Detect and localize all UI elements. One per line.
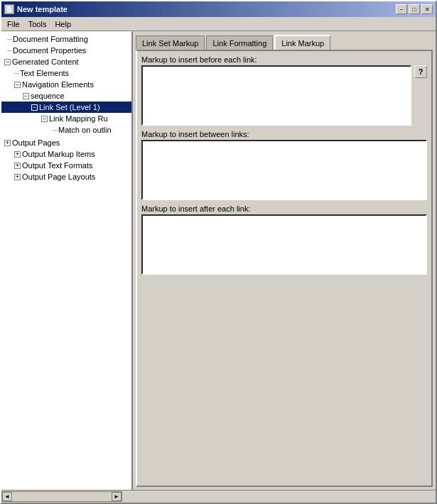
tree-item-output-markup[interactable]: + Output Markup Items xyxy=(1,148,131,160)
tab-content: Markup to insert before each link: ? Mar… xyxy=(136,50,433,487)
bottom-bar: ◄ ► xyxy=(1,490,436,503)
tree-item-link-mapping[interactable]: − Link Mapping Ru xyxy=(1,113,131,124)
tab-link-formatting[interactable]: Link Formatting xyxy=(206,35,273,50)
menu-bar: File Tools Help xyxy=(1,17,436,31)
tree-item-output-pages[interactable]: + Output Pages xyxy=(1,137,131,148)
expand-icon[interactable]: − xyxy=(41,116,48,122)
scroll-right-button[interactable]: ► xyxy=(112,492,122,501)
textarea-after[interactable] xyxy=(141,214,427,275)
window: 📄 New template − □ ✕ File Tools Help ─ D… xyxy=(0,0,437,504)
expand-icon[interactable]: − xyxy=(23,93,29,99)
expand-icon[interactable]: + xyxy=(14,151,21,158)
tree-item-text-elements[interactable]: ─ Text Elements xyxy=(1,67,131,79)
tree-label: Navigation Elements xyxy=(22,80,94,89)
tree-item-output-page-layouts[interactable]: + Output Page Layouts xyxy=(1,171,131,182)
right-panel: Link Set Markup Link Formatting Link Mar… xyxy=(133,31,436,490)
tree-label: sequence xyxy=(31,92,65,100)
menu-file[interactable]: File xyxy=(3,18,24,30)
horizontal-scrollbar[interactable]: ◄ ► xyxy=(1,491,122,502)
tree-item-navigation-elements[interactable]: − Navigation Elements xyxy=(1,79,131,90)
tab-bar: Link Set Markup Link Formatting Link Mar… xyxy=(136,34,433,50)
expand-icon[interactable]: − xyxy=(4,59,11,65)
tree-dash: ─ xyxy=(7,35,13,43)
title-bar: 📄 New template − □ ✕ xyxy=(1,1,436,17)
textarea-container-between xyxy=(141,140,427,200)
field-group-before: Markup to insert before each link: ? xyxy=(141,55,427,126)
textarea-container-before: ? xyxy=(141,65,427,126)
minimize-button[interactable]: − xyxy=(396,4,407,14)
tree-item-generated-content[interactable]: − Generated Content xyxy=(1,56,131,67)
main-content: ─ Document Formatting ─ Document Propert… xyxy=(1,31,436,490)
tree-label: Output Pages xyxy=(12,138,60,147)
maximize-button[interactable]: □ xyxy=(409,4,420,14)
expand-icon[interactable]: + xyxy=(14,163,21,169)
field-label-before: Markup to insert before each link: xyxy=(141,55,427,64)
tree-label: Output Text Formats xyxy=(22,161,92,170)
tree-item-match-on[interactable]: ─ Match on outlin xyxy=(1,124,131,136)
expand-icon[interactable]: − xyxy=(31,104,38,111)
expand-icon[interactable]: + xyxy=(4,140,11,146)
window-title: New template xyxy=(17,5,68,13)
field-group-between: Markup to insert between links: xyxy=(141,130,427,200)
tree-label: Document Properties xyxy=(13,46,86,55)
scroll-track xyxy=(12,492,112,501)
menu-help[interactable]: Help xyxy=(50,18,75,30)
tree-dash: ─ xyxy=(7,47,13,55)
textarea-container-after xyxy=(141,214,427,275)
menu-tools[interactable]: Tools xyxy=(24,18,51,30)
tab-link-set-markup[interactable]: Link Set Markup xyxy=(136,35,205,50)
tree-item-link-set[interactable]: − Link Set (Level 1) xyxy=(1,102,131,113)
field-label-after: Markup to insert after each link: xyxy=(141,204,427,213)
textarea-between[interactable] xyxy=(141,140,427,200)
field-group-after: Markup to insert after each link: xyxy=(141,204,427,275)
scroll-left-button[interactable]: ◄ xyxy=(2,492,12,501)
tree-label: Text Elements xyxy=(20,69,69,77)
tree-label: Document Formatting xyxy=(13,35,88,43)
help-button[interactable]: ? xyxy=(414,65,427,78)
tree-item-output-text[interactable]: + Output Text Formats xyxy=(1,160,131,171)
tree-item-sequence[interactable]: − sequence xyxy=(1,90,131,102)
tree-label: Link Mapping Ru xyxy=(49,114,108,123)
tree-label: Output Page Layouts xyxy=(22,172,95,181)
tree-item-doc-formatting[interactable]: ─ Document Formatting xyxy=(1,33,131,45)
tree-dash: ─ xyxy=(53,126,58,134)
tree-label: Match on outlin xyxy=(58,126,112,134)
window-icon: 📄 xyxy=(4,4,14,14)
expand-icon[interactable]: + xyxy=(14,174,21,180)
tree-panel: ─ Document Formatting ─ Document Propert… xyxy=(1,31,133,490)
tree-dash: ─ xyxy=(14,70,20,77)
tree-label: Generated Content xyxy=(12,57,79,66)
tree-label: Link Set (Level 1) xyxy=(39,103,100,111)
field-label-between: Markup to insert between links: xyxy=(141,130,427,138)
title-bar-buttons: − □ ✕ xyxy=(396,4,433,14)
textarea-before[interactable] xyxy=(141,65,411,126)
close-button[interactable]: ✕ xyxy=(421,4,433,14)
title-bar-left: 📄 New template xyxy=(4,4,68,14)
tab-link-markup[interactable]: Link Markup xyxy=(274,35,330,50)
tree-label: Output Markup Items xyxy=(22,150,95,158)
tree-item-doc-properties[interactable]: ─ Document Properties xyxy=(1,45,131,56)
expand-icon[interactable]: − xyxy=(14,82,21,88)
